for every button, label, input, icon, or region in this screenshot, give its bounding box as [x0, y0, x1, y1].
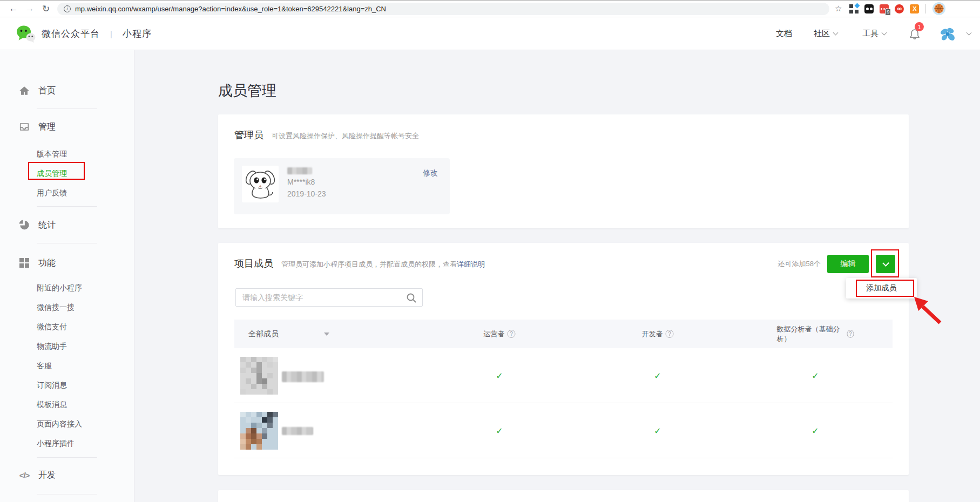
forward-icon[interactable]: → — [22, 3, 38, 14]
url-text: mp.weixin.qq.com/wxamp/user/manage?actio… — [75, 5, 386, 13]
sidebar-item-page-content[interactable]: 页面内容接入 — [37, 419, 82, 429]
brand-separator: | — [110, 29, 112, 38]
check-icon: ✓ — [812, 370, 819, 381]
member-name-redacted — [282, 427, 313, 435]
sidebar-item-customer-service[interactable]: 客服 — [37, 361, 52, 370]
sidebar-item-wechat-search[interactable]: 微信搜一搜 — [37, 302, 75, 312]
account-avatar[interactable] — [940, 17, 956, 50]
sidebar-item-nearby-miniprogram[interactable]: 附近的小程序 — [37, 283, 82, 293]
extension-badge: 9 — [885, 9, 891, 16]
members-section-desc: 管理员可添加小程序项目成员，并配置成员的权限，查看详细说明 — [281, 260, 485, 269]
help-icon[interactable]: ? — [847, 330, 854, 338]
member-row: ✓ ✓ ✓ — [234, 348, 893, 403]
divider — [925, 4, 926, 13]
members-card: 项目成员 管理员可添加小程序项目成员，并配置成员的权限，查看详细说明 还可添加5… — [218, 243, 909, 475]
check-icon: ✓ — [654, 370, 661, 381]
divider — [37, 457, 97, 458]
sidebar-item-miniprogram-plugin[interactable]: 小程序插件 — [37, 438, 75, 448]
nav-community[interactable]: 社区 — [814, 17, 837, 50]
detail-doc-link[interactable]: 详细说明 — [457, 260, 485, 268]
annotation-arrow — [912, 295, 945, 327]
sidebar-item-user-feedback[interactable]: 用户反馈 — [37, 188, 67, 198]
notifications-bell[interactable]: 1 — [908, 17, 921, 50]
edit-button[interactable]: 编辑 — [827, 255, 869, 273]
reload-icon[interactable]: ↻ — [38, 3, 54, 15]
check-icon: ✓ — [496, 425, 503, 436]
sidebar-item-stats[interactable]: 统计 — [18, 217, 56, 233]
sidebar-item-develop[interactable]: </> 开发 — [18, 467, 56, 483]
admin-nickname-redacted — [287, 167, 312, 174]
home-icon — [18, 84, 31, 97]
screen: ← → ↻ i mp.weixin.qq.com/wxamp/user/mana… — [0, 0, 980, 502]
sidebar-item-logistics[interactable]: 物流助手 — [37, 341, 67, 351]
sidebar-item-subscribe-message[interactable]: 订阅消息 — [37, 380, 67, 390]
dropdown-menu: 添加成员 — [846, 278, 917, 299]
flower-avatar-icon — [940, 26, 956, 42]
members-table-body: ✓ ✓ ✓ — [234, 348, 893, 458]
search-icon[interactable] — [406, 293, 417, 303]
sidebar-item-home[interactable]: 首页 — [18, 83, 56, 99]
browser-chrome: ← → ↻ i mp.weixin.qq.com/wxamp/user/mana… — [0, 0, 980, 17]
member-search — [235, 288, 423, 307]
members-section-title: 项目成员 — [234, 257, 273, 270]
check-icon: ✓ — [654, 425, 661, 436]
account-menu-toggle[interactable] — [963, 17, 971, 50]
admin-card: 管理员 可设置风险操作保护、风险操作提醒等帐号安全 — [218, 114, 909, 228]
extension-dots-icon[interactable]: 9 — [880, 4, 889, 13]
modify-admin-link[interactable]: 修改 — [423, 168, 438, 178]
chevron-down-icon — [833, 30, 839, 36]
address-bar[interactable]: i mp.weixin.qq.com/wxamp/user/manage?act… — [57, 3, 829, 15]
member-row: ✓ ✓ ✓ — [234, 403, 893, 458]
member-avatar — [240, 357, 278, 395]
page-title: 成员管理 — [218, 81, 276, 100]
site-header: 微信公众平台 | 小程序 文档 社区 工具 1 — [0, 17, 980, 50]
admin-avatar — [242, 166, 279, 202]
check-icon: ✓ — [496, 370, 503, 381]
sidebar-item-features[interactable]: 功能 — [18, 255, 56, 271]
sidebar-item-version-manage[interactable]: 版本管理 — [37, 149, 67, 159]
notification-badge: 1 — [915, 22, 924, 31]
help-icon[interactable]: ? — [666, 330, 674, 338]
sidebar: 首页 管理 版本管理 成员管理 用户反馈 统计 — [0, 50, 134, 502]
extension-glasses-icon[interactable] — [864, 4, 874, 13]
member-avatar — [240, 412, 278, 450]
wechat-logo — [16, 25, 36, 43]
members-section-head: 项目成员 管理员可添加小程序项目成员，并配置成员的权限，查看详细说明 — [234, 257, 485, 270]
divider — [37, 243, 97, 243]
divider — [37, 108, 97, 109]
bookmark-star-icon[interactable]: ☆ — [835, 4, 842, 13]
admin-section-title: 管理员 — [234, 128, 263, 141]
extension-grid-icon[interactable] — [849, 4, 859, 13]
inbox-icon — [18, 120, 31, 133]
next-card-partial — [218, 490, 909, 502]
check-icon: ✓ — [812, 425, 819, 436]
search-input[interactable] — [236, 289, 422, 306]
sidebar-item-template-message[interactable]: 模板消息 — [37, 399, 67, 409]
member-filter-dropdown[interactable]: 全部成员 — [248, 320, 279, 348]
add-member-dropdown-toggle[interactable] — [876, 255, 895, 273]
chevron-down-icon — [882, 260, 889, 267]
admin-info-tile: M****ik8 2019-10-23 修改 — [234, 158, 450, 214]
sidebar-item-wechat-pay[interactable]: 微信支付 — [37, 322, 67, 331]
back-icon[interactable]: ← — [5, 3, 22, 14]
members-table-header: 全部成员 运营者 ? 开发者 ? 数据分析者（基础分析） ? — [234, 320, 893, 348]
sidebar-item-member-manage[interactable]: 成员管理 — [37, 168, 67, 178]
column-operator: 运营者 ? — [484, 320, 516, 348]
chevron-down-icon — [882, 30, 887, 36]
nav-tools[interactable]: 工具 — [862, 17, 886, 50]
basketball-icon — [934, 4, 944, 13]
browser-profile-avatar[interactable] — [932, 2, 945, 15]
help-icon[interactable]: ? — [508, 330, 516, 338]
brand-name: 微信公众平台 — [42, 28, 100, 40]
add-member-menu-item[interactable]: 添加成员 — [867, 283, 897, 293]
filter-caret-icon[interactable] — [324, 333, 329, 336]
member-name-redacted — [282, 371, 324, 382]
product-name: 小程序 — [123, 28, 152, 40]
admin-wxid: M****ik8 — [287, 178, 315, 186]
page-info-icon[interactable]: i — [64, 5, 71, 12]
code-icon: </> — [18, 469, 31, 481]
nav-docs[interactable]: 文档 — [776, 17, 792, 50]
sidebar-item-manage[interactable]: 管理 — [18, 119, 56, 135]
extension-orange-icon[interactable]: X — [910, 4, 919, 13]
extension-infinity-icon[interactable]: ∞ — [895, 4, 904, 13]
